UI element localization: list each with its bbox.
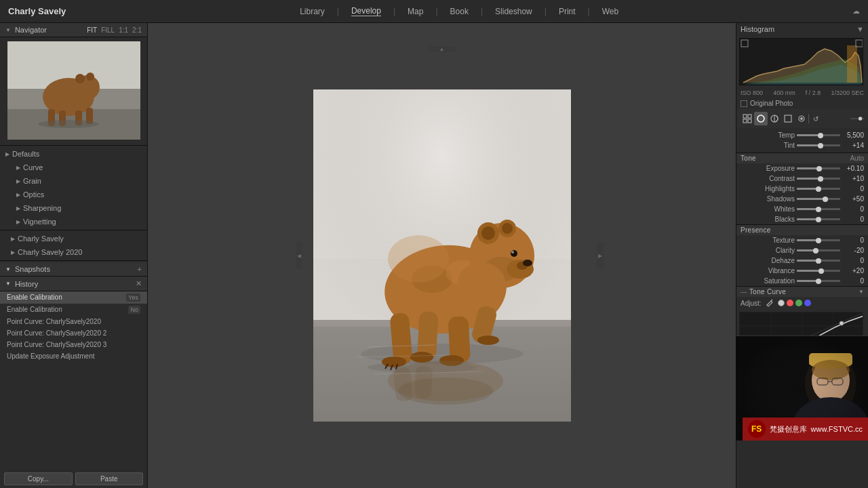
tone-curve-expand[interactable]: ▼ [859,289,864,295]
exposure-thumb[interactable] [816,166,822,171]
navigator-image [7,41,140,140]
fill-btn[interactable]: FILL [101,26,115,34]
circle-tool[interactable] [754,112,768,125]
preset-grain[interactable]: ▶ Grain [11,174,147,188]
svg-point-27 [511,250,517,257]
nav-develop[interactable]: Develop [351,6,381,16]
clarity-thumb[interactable] [813,248,818,253]
top-bar-right: ☁ [852,7,860,16]
histogram-expand[interactable]: ▼ [856,25,864,33]
contrast-thumb[interactable] [818,176,823,182]
highlights-label: Highlights [741,185,795,192]
preset-vignetting[interactable]: ▶ Vignetting [11,215,147,228]
blacks-slider[interactable] [797,218,840,220]
original-photo-checkbox[interactable] [741,100,747,107]
svg-point-61 [757,115,764,122]
defaults-section[interactable]: ▶ Defaults [0,147,147,161]
temp-row: Temp 5,500 [736,130,868,140]
highlights-thumb[interactable] [816,186,821,192]
preset-sharpening[interactable]: ▶ Sharpening [11,201,147,215]
channel-red[interactable] [787,300,793,306]
top-panel-collapse[interactable]: ▲ [429,46,456,52]
vibrance-slider[interactable] [797,270,840,272]
dehaze-slider[interactable] [797,260,840,262]
fit-btn[interactable]: FIT [87,26,97,34]
1to1-btn[interactable]: 1:1 [119,26,128,34]
svg-point-65 [800,117,803,120]
history-item-4[interactable]: Point Curve: CharlySavely2020 3 [0,339,147,350]
grain-label: Grain [23,177,41,185]
temp-label: Temp [741,131,795,139]
grid-icon [743,114,752,123]
copy-button[interactable]: Copy... [4,472,73,485]
grid-tool[interactable] [741,112,754,125]
shadows-thumb[interactable] [823,197,828,202]
preset-optics[interactable]: ▶ Optics [11,188,147,201]
halfcircle-icon [770,114,779,123]
temp-slider[interactable] [797,134,840,136]
tint-thumb[interactable] [818,143,823,148]
history-item-3[interactable]: Point Curve: CharlySavely2020 2 [0,327,147,339]
square-tool[interactable] [781,112,795,125]
reset-tool[interactable]: ↺ [809,112,823,125]
dehaze-thumb[interactable] [816,258,821,264]
texture-thumb[interactable] [816,238,821,243]
copy-paste-buttons: Copy... Paste [0,470,147,488]
nav-book[interactable]: Book [450,7,469,16]
snapshots-add[interactable]: + [138,265,142,273]
channel-blue[interactable] [804,300,811,306]
exposure-slider[interactable] [797,167,840,169]
watermark-icon: FS [748,420,766,438]
sep2: | [393,7,395,16]
channel-green[interactable] [795,300,802,306]
tone-auto[interactable]: Auto [850,155,864,162]
svg-point-5 [75,74,85,83]
right-panel-collapse[interactable]: ▶ [597,242,604,269]
clarity-slider[interactable] [797,249,840,251]
blacks-value: 0 [842,216,864,223]
user-preset-cs[interactable]: ▶ Charly Savely [5,232,147,245]
history-item-0[interactable]: Enable Calibration Yes [0,291,147,304]
blacks-thumb[interactable] [816,217,821,222]
history-item-3-label: Point Curve: CharlySavely2020 2 [7,329,106,337]
radial-tool[interactable] [795,112,808,125]
texture-slider[interactable] [797,239,840,241]
nav-library[interactable]: Library [300,7,325,16]
nav-print[interactable]: Print [559,7,576,16]
shadows-slider[interactable] [797,198,840,200]
top-nav: Library | Develop | Map | Book | Slidesh… [300,6,618,16]
tint-slider[interactable] [797,144,840,146]
contrast-slider[interactable] [797,178,840,180]
vibrance-thumb[interactable] [818,268,824,274]
saturation-thumb[interactable] [816,279,821,284]
left-panel-collapse[interactable]: ◀ [296,242,302,269]
nav-slideshow[interactable]: Slideshow [495,7,532,16]
svg-rect-54 [847,45,857,83]
user-preset-cs2020[interactable]: ▶ Charly Savely 2020 [5,245,147,259]
history-item-1[interactable]: Enable Calibration No [0,304,147,316]
pencil-icon[interactable] [766,299,774,307]
nav-web[interactable]: Web [602,7,618,16]
history-close[interactable]: ✕ [136,279,142,288]
history-item-2[interactable]: Point Curve: CharlySavely2020 [0,316,147,327]
preset-curve[interactable]: ▶ Curve [11,161,147,174]
temp-thumb[interactable] [818,133,823,138]
nav-map[interactable]: Map [408,7,423,16]
navigator-header: ▼ Navigator FIT FILL 1:1 2:1 [0,23,147,37]
saturation-slider[interactable] [797,280,840,282]
shadows-value: +50 [842,195,864,203]
exposure-label: Exposure [741,165,795,172]
halfcircle-tool[interactable] [768,112,781,125]
highlights-slider[interactable] [797,188,840,190]
history-item-5[interactable]: Update Exposure Adjustment [0,350,147,362]
2to1-btn[interactable]: 2:1 [132,26,142,34]
preset-list: ▶ Curve ▶ Grain ▶ Optics ▶ Sharpening ▶ … [0,161,147,228]
defaults-label: Defaults [12,150,39,158]
whites-thumb[interactable] [816,207,821,212]
paste-button[interactable]: Paste [75,472,144,485]
blacks-label: Blacks [741,216,795,223]
channel-white[interactable] [778,300,785,306]
whites-slider[interactable] [797,208,840,210]
slider-thumb[interactable] [850,112,864,125]
history-label: History [15,280,38,288]
